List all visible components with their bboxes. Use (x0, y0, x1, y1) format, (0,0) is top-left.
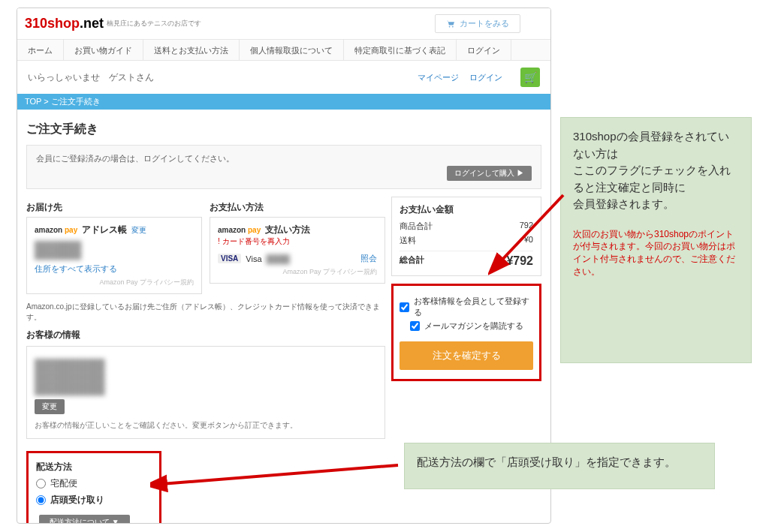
logo-tagline: 楠見庄にあるテニスのお店です (107, 19, 201, 29)
shipping-option-pickup[interactable]: 店頭受け取り (36, 494, 152, 506)
shipping-option-delivery[interactable]: 宅配便 (36, 477, 152, 490)
topbar: 310shop.net 楠見庄にあるテニスのお店です カートをみる (17, 8, 550, 40)
view-cart-label: カートをみる (460, 18, 509, 29)
annotation-register-text: 310shopの会員登録をされていない方は ここのフラグにチェックを入れると注文… (573, 130, 731, 210)
login-to-purchase-button[interactable]: ログインして購入 ▶ (447, 166, 532, 181)
subscribe-newsletter-row[interactable]: メールマガジンを購読する (400, 320, 533, 332)
logo[interactable]: 310shop.net (25, 16, 104, 32)
svg-point-1 (452, 26, 454, 27)
annotation-shipping-text: 配送方法の欄で「店頭受け取り」を指定できます。 (417, 455, 676, 468)
view-cart-button[interactable]: カートをみる (435, 14, 520, 33)
register-as-member-label: お客様情報を会員として登録する (414, 296, 533, 318)
shipping-radio-delivery[interactable] (36, 479, 46, 488)
register-confirm-box: お客様情報を会員として登録する メールマガジンを購読する 注文を確定する (391, 284, 541, 381)
svg-point-0 (449, 26, 451, 27)
shipping-pickup-label: 店頭受け取り (50, 494, 104, 506)
page-title: ご注文手続き (26, 122, 541, 137)
show-all-addresses-link[interactable]: 住所をすべて表示する (35, 263, 194, 275)
visa-badge: VISA (218, 254, 241, 263)
subheader: いらっしゃいませ ゲストさん マイページ ログイン 🛒 (17, 61, 550, 94)
nav-sct[interactable]: 特定商取引に基づく表記 (344, 40, 457, 61)
subscribe-newsletter-checkbox[interactable] (410, 321, 420, 331)
amazonpay-privacy-2[interactable]: Amazon Pay プライバシー規約 (218, 267, 377, 277)
visa-text: Visa (246, 254, 261, 263)
blurred-customer-info: ████████████████████████████████████████… (35, 359, 377, 395)
nav-shipping-payment[interactable]: 送料とお支払い方法 (143, 40, 240, 61)
payment-title: お支払い方法 (210, 201, 385, 214)
totals-title: お支払い金額 (400, 203, 533, 216)
payment-card: amazon pay 支払い方法 ! カード番号を再入力 VISA Visa █… (210, 217, 385, 284)
main-nav: ホーム お買い物ガイド 送料とお支払い方法 個人情報取扱について 特定商取引に基… (17, 40, 550, 61)
cart-square-icon[interactable]: 🛒 (520, 68, 540, 87)
amazonpay-badge-2: amazon pay (218, 226, 261, 234)
delivery-title: お届け先 (26, 201, 202, 214)
total-label: 総合計 (400, 254, 424, 268)
breadcrumb[interactable]: TOP > ご注文手続き (17, 94, 550, 110)
annotation-register-note: 次回のお買い物から310shopのポイントが付与されます。今回のお買い物分はポイ… (573, 228, 739, 278)
nav-login[interactable]: ログイン (457, 40, 511, 61)
about-shipping-button[interactable]: 配送方法について ▼ (39, 515, 130, 524)
nav-home[interactable]: ホーム (17, 40, 64, 61)
address-book-label: アドレス帳 (82, 224, 127, 236)
annotation-register: 310shopの会員登録をされていない方は ここのフラグにチェックを入れると注文… (560, 117, 752, 363)
reenter-card-warning: ! カード番号を再入力 (218, 236, 377, 247)
customer-info-title: お客様の情報 (26, 329, 385, 341)
login-link[interactable]: ログイン (469, 72, 502, 83)
nav-privacy[interactable]: 個人情報取扱について (240, 40, 344, 61)
login-notice-box: 会員にご登録済みの場合は、ログインしてください。 ログインして購入 ▶ (26, 145, 541, 189)
shipfee-value: ¥0 (524, 235, 533, 246)
subtotal-label: 商品合計 (400, 221, 433, 232)
shipfee-label: 送料 (400, 235, 416, 246)
total-value: ¥792 (506, 254, 533, 268)
shipping-title: 配送方法 (36, 461, 152, 473)
customer-change-button[interactable]: 変更 (35, 399, 65, 414)
subscribe-newsletter-label: メールマガジンを購読する (424, 320, 523, 332)
shipping-radio-pickup[interactable] (36, 495, 46, 505)
customer-note: お客様の情報が正しいことをご確認ください。変更ボタンから訂正できます。 (35, 420, 377, 431)
register-as-member-checkbox[interactable] (400, 302, 409, 312)
welcome-text: いらっしゃいませ ゲストさん (28, 71, 154, 84)
amazon-note: Amazon.co.jpに登録しているお届け先ご住所（アドレス帳）、クレジットカ… (26, 302, 385, 323)
mypage-link[interactable]: マイページ (418, 72, 459, 83)
nav-guide[interactable]: お買い物ガイド (64, 40, 143, 61)
totals-box: お支払い金額 商品合計792 送料¥0 総合計¥792 (391, 197, 541, 276)
customer-info-card: ████████████████████████████████████████… (26, 346, 385, 439)
delivery-card: amazon pay アドレス帳 変更 ████████████████ 住所を… (26, 217, 202, 294)
verify-link[interactable]: 照会 (360, 253, 377, 264)
amazonpay-badge: amazon pay (35, 226, 77, 234)
cart-icon (446, 20, 455, 28)
subtotal-value: 792 (520, 221, 533, 232)
shipping-delivery-label: 宅配便 (50, 477, 77, 490)
blurred-card: ████ (267, 254, 356, 263)
confirm-order-button[interactable]: 注文を確定する (400, 341, 533, 370)
login-notice-text: 会員にご登録済みの場合は、ログインしてください。 (36, 153, 532, 164)
shipping-method-box: 配送方法 宅配便 店頭受け取り 配送方法について ▼ (26, 451, 161, 524)
annotation-shipping: 配送方法の欄で「店頭受け取り」を指定できます。 (404, 443, 715, 489)
register-as-member-row[interactable]: お客様情報を会員として登録する (400, 296, 533, 318)
delivery-change-link[interactable]: 変更 (131, 225, 146, 236)
payment-method-label: 支払い方法 (265, 224, 310, 236)
blurred-address: ████████████████ (35, 241, 194, 259)
amazonpay-privacy-1[interactable]: Amazon Pay プライバシー規約 (35, 278, 194, 287)
